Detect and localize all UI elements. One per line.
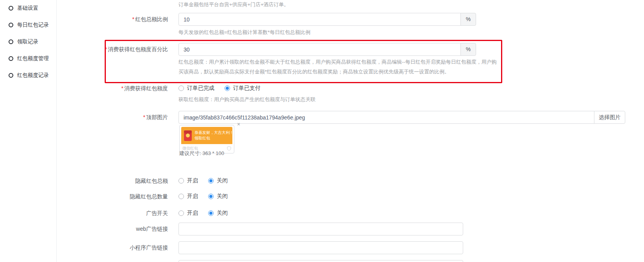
sidebar-item-quota-management[interactable]: 红包额度管理 xyxy=(9,55,49,62)
ad-switch-label: 广告开关 xyxy=(57,209,168,217)
remove-image-icon[interactable]: × xyxy=(237,121,240,127)
radio-icon xyxy=(178,210,184,216)
consume-percent-label: *消费获得红包额度百分比 xyxy=(57,43,168,56)
circle-icon xyxy=(9,23,13,27)
radio-on[interactable]: 开启 xyxy=(178,193,198,200)
red-envelope-icon xyxy=(184,130,192,141)
choose-image-button[interactable]: 选择图片 xyxy=(594,111,625,124)
sidebar-item-label: 基础设置 xyxy=(17,5,38,12)
radio-order-completed[interactable]: 订单已完成 xyxy=(178,85,214,92)
radio-off[interactable]: 关闭 xyxy=(208,177,228,184)
mini-ad-link-label: 小程序广告链接 xyxy=(57,241,168,254)
hide-total-label: 隐藏红包总额 xyxy=(57,177,168,185)
size-hint: 建议尺寸: 363 * 100 xyxy=(179,150,224,157)
radio-icon xyxy=(225,86,230,91)
red-packet-banner: 恭喜发财，大吉大利！ 领取红包 xyxy=(181,127,232,144)
radio-icon xyxy=(208,178,214,184)
sidebar-item-label: 红包额度记录 xyxy=(17,72,49,79)
order-amount-note: 订单金额包括平台自营+供应商+门店+酒店订单。 xyxy=(178,1,289,8)
radio-on[interactable]: 开启 xyxy=(178,177,198,184)
mini-ad-link-input[interactable] xyxy=(178,241,463,254)
radio-icon xyxy=(208,194,214,199)
quota-status-help: 获取红包额度：用户购买商品产生的红包额度与订单状态关联 xyxy=(178,94,316,104)
radio-icon xyxy=(208,210,214,216)
sidebar-item-basic-settings[interactable]: 基础设置 xyxy=(9,5,38,12)
sidebar-item-quota-records[interactable]: 红包额度记录 xyxy=(9,72,49,79)
sidebar-item-label: 每日红包记录 xyxy=(17,21,49,29)
radio-on[interactable]: 开启 xyxy=(178,210,198,217)
radio-icon xyxy=(178,178,184,184)
required-asterisk: * xyxy=(132,16,134,22)
hide-total-radio-group: 开启 关闭 xyxy=(178,177,238,185)
radio-icon xyxy=(178,86,184,91)
quota-status-label: *消费获得红包额度 xyxy=(57,84,168,92)
radio-off[interactable]: 关闭 xyxy=(208,210,228,217)
percent-suffix: % xyxy=(460,13,476,26)
web-ad-link-label: web广告链接 xyxy=(57,223,168,235)
sidebar-item-label: 领取记录 xyxy=(17,38,38,45)
circle-icon xyxy=(9,39,13,44)
consume-percent-input-group: % xyxy=(178,43,476,56)
circle-icon xyxy=(9,6,13,11)
percent-suffix: % xyxy=(460,43,476,56)
ad-switch-radio-group: 开启 关闭 xyxy=(178,209,238,217)
gold-coin-icon xyxy=(186,134,190,137)
mini-ad-link-group xyxy=(178,241,463,254)
web-ad-link-input[interactable] xyxy=(178,223,463,235)
required-asterisk: * xyxy=(105,46,107,52)
quota-status-radio-group: 订单已完成 订单已支付 xyxy=(178,84,271,92)
consume-percent-input[interactable] xyxy=(178,43,461,56)
sidebar-item-label: 红包额度管理 xyxy=(17,55,49,62)
hide-count-radio-group: 开启 关闭 xyxy=(178,192,238,200)
total-ratio-label: *红包总额比例 xyxy=(57,13,168,26)
radio-icon xyxy=(178,194,184,199)
banner-text: 恭喜发财，大吉大利！ 领取红包 xyxy=(194,130,234,141)
circle-icon xyxy=(9,56,13,61)
total-ratio-help: 每天发放的红包总额=红包总额计算基数*每日红包总额比例 xyxy=(178,27,310,37)
radio-order-paid[interactable]: 订单已支付 xyxy=(225,85,260,92)
top-image-path-input[interactable] xyxy=(178,111,594,124)
total-ratio-input-group: % xyxy=(178,13,476,26)
top-image-input-group: 选择图片 xyxy=(178,111,625,124)
radio-off[interactable]: 关闭 xyxy=(208,193,228,200)
web-ad-link-group xyxy=(178,223,463,235)
red-packet-settings-page: 基础设置 每日红包记录 领取记录 红包额度管理 红包额度记录 订单金额包括平台自… xyxy=(0,0,644,262)
required-asterisk: * xyxy=(121,85,123,91)
shield-icon xyxy=(227,146,231,151)
total-ratio-input[interactable] xyxy=(178,13,461,26)
sidebar-item-claim-records[interactable]: 领取记录 xyxy=(9,38,38,45)
hide-count-label: 隐藏红包总数量 xyxy=(57,192,168,200)
next-field-input[interactable] xyxy=(178,260,463,262)
sidebar-item-daily-records[interactable]: 每日红包记录 xyxy=(9,21,49,29)
circle-icon xyxy=(9,73,13,78)
required-asterisk: * xyxy=(143,114,145,120)
top-image-preview: 恭喜发财，大吉大利！ 领取红包 微信红包 xyxy=(179,125,234,153)
consume-percent-help: 红包总额度：用户累计领取的红包金额不能大于红包总额度，用户购买商品获得红包额度，… xyxy=(178,57,497,77)
top-image-label: *顶部图片 xyxy=(57,111,168,124)
sidebar: 基础设置 每日红包记录 领取记录 红包额度管理 红包额度记录 xyxy=(0,0,57,262)
